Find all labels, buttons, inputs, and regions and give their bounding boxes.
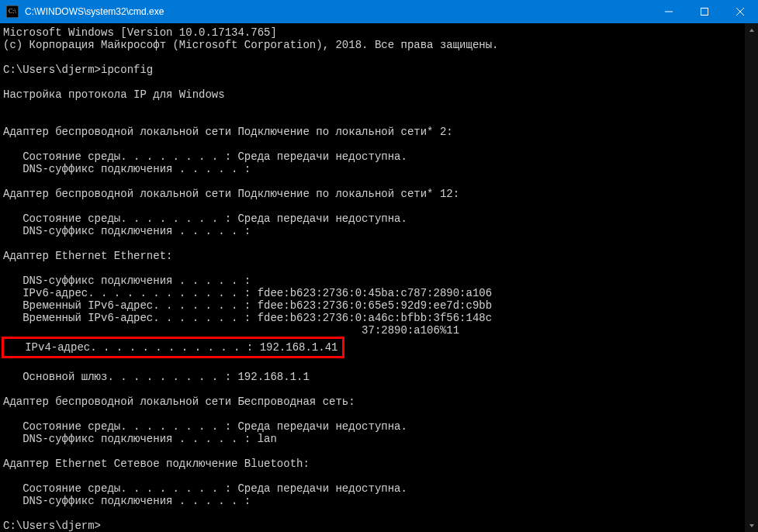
terminal-line: (c) Корпорация Майкрософт (Microsoft Cor… (3, 39, 758, 51)
terminal-line (3, 76, 758, 88)
terminal-line: Состояние среды. . . . . . . . : Среда п… (3, 150, 758, 163)
terminal-line: Временный IPv6-адрес. . . . . . . : fdee… (3, 299, 758, 312)
terminal-line: Состояние среды. . . . . . . . : Среда п… (3, 420, 758, 433)
terminal-line (3, 237, 758, 250)
svg-marker-8 (749, 524, 754, 527)
close-button[interactable] (722, 0, 758, 23)
terminal-line (3, 113, 758, 126)
scroll-track[interactable] (745, 36, 758, 519)
terminal-line: DNS-суффикс подключения . . . . . : (3, 275, 758, 287)
vertical-scrollbar[interactable] (745, 23, 758, 532)
svg-rect-4 (701, 9, 708, 16)
terminal-line: Состояние среды. . . . . . . . : Среда п… (3, 212, 758, 225)
terminal-line: DNS-суффикс подключения . . . . . : lan (3, 433, 758, 445)
cmd-icon: C:\ (6, 5, 19, 18)
terminal-line (3, 507, 758, 520)
terminal-line (3, 445, 758, 458)
ipv4-highlight: IPv4-адрес. . . . . . . . . . . . : 192.… (2, 337, 344, 358)
partial-obscured-line: 37:2890:a106%11 (3, 324, 758, 337)
minimize-button[interactable] (651, 0, 687, 23)
terminal-line: DNS-суффикс подключения . . . . . : (3, 225, 758, 237)
terminal-line (3, 200, 758, 212)
blank-after-highlight (3, 358, 758, 371)
terminal-line (3, 175, 758, 188)
terminal-line: Состояние среды. . . . . . . . : Среда п… (3, 482, 758, 495)
terminal-line (3, 470, 758, 482)
terminal-line: Основной шлюз. . . . . . . . . : 192.168… (3, 371, 758, 383)
terminal-line: IPv6-адрес. . . . . . . . . . . . : fdee… (3, 287, 758, 299)
terminal-line (3, 101, 758, 113)
ipv4-highlight-row: IPv4-адрес. . . . . . . . . . . . : 192.… (3, 337, 758, 358)
window-titlebar[interactable]: C:\ C:\WINDOWS\system32\cmd.exe (0, 0, 758, 23)
terminal-line (3, 51, 758, 64)
scroll-up-arrow-icon[interactable] (745, 23, 758, 36)
terminal-line: Адаптер беспроводной локальной сети Подк… (3, 126, 758, 138)
terminal-line: Адаптер Ethernet Сетевое подключение Blu… (3, 458, 758, 470)
terminal-line: Адаптер Ethernet Ethernet: (3, 250, 758, 262)
terminal-line: Microsoft Windows [Version 10.0.17134.76… (3, 26, 758, 39)
terminal-output[interactable]: Microsoft Windows [Version 10.0.17134.76… (0, 23, 758, 532)
terminal-line: C:\Users\djerm> (3, 520, 758, 532)
terminal-line (3, 138, 758, 150)
terminal-line: DNS-суффикс подключения . . . . . : (3, 163, 758, 175)
svg-marker-7 (749, 29, 754, 32)
terminal-line: Настройка протокола IP для Windows (3, 88, 758, 101)
terminal-line: Адаптер беспроводной локальной сети Бесп… (3, 396, 758, 408)
terminal-line (3, 262, 758, 275)
terminal-line: Временный IPv6-адрес. . . . . . . : fdee… (3, 312, 758, 324)
svg-text:C:\: C:\ (9, 8, 17, 15)
terminal-line: C:\Users\djerm>ipconfig (3, 64, 758, 76)
scroll-down-arrow-icon[interactable] (745, 519, 758, 532)
window-title: C:\WINDOWS\system32\cmd.exe (25, 6, 164, 17)
terminal-line (3, 383, 758, 396)
terminal-line: DNS-суффикс подключения . . . . . : (3, 495, 758, 507)
maximize-button[interactable] (687, 0, 722, 23)
terminal-line (3, 408, 758, 420)
terminal-line: Адаптер беспроводной локальной сети Подк… (3, 188, 758, 200)
